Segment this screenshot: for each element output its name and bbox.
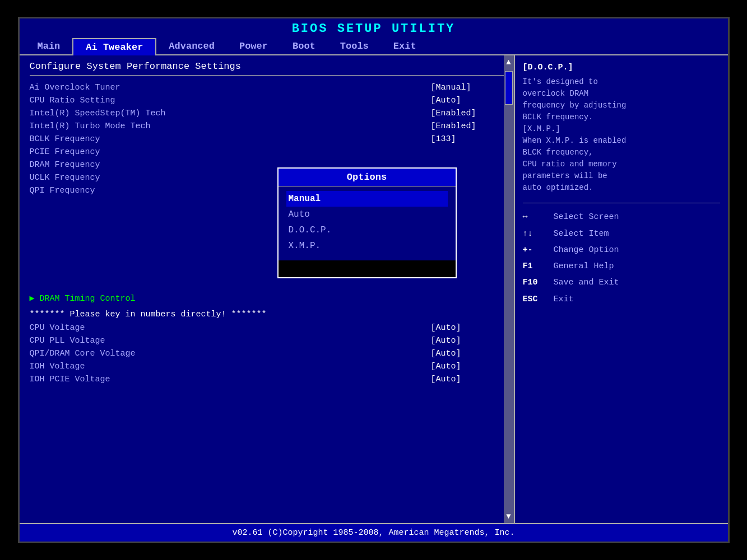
- right-panel: [D.O.C.P.] It's designed to overclock DR…: [515, 55, 728, 523]
- setting-label-cpu-ratio: CPU Ratio Setting: [30, 96, 115, 105]
- legend-key-f10: F10: [523, 276, 554, 289]
- legend-row-f10: F10 Save and Exit: [523, 274, 720, 291]
- legend-section: ↔ Select Screen ↑↓ Select Item +- Change…: [523, 203, 720, 307]
- setting-label-qpi-dram: QPI/DRAM Core Voltage: [30, 349, 136, 358]
- scrollbar-thumb[interactable]: [505, 71, 513, 105]
- help-line-0: It's designed to: [523, 77, 598, 86]
- help-line-4: [X.M.P.]: [523, 124, 560, 133]
- tab-exit[interactable]: Exit: [381, 38, 429, 54]
- legend-row-screen: ↔ Select Screen: [523, 209, 720, 225]
- bios-title: BIOS SETUP UTILITY: [292, 22, 456, 36]
- option-docp[interactable]: D.O.C.P.: [286, 222, 448, 238]
- options-body: Manual Auto D.O.C.P. X.M.P.: [279, 186, 456, 260]
- tab-main[interactable]: Main: [25, 38, 73, 54]
- setting-value-qpi-dram: [Auto]: [431, 349, 504, 358]
- tab-ai-tweaker[interactable]: Ai Tweaker: [72, 38, 156, 55]
- setting-value-ioh-pcie: [Auto]: [431, 375, 504, 384]
- setting-label-ioh-pcie: IOH PCIE Voltage: [30, 375, 110, 384]
- setting-row[interactable]: Intel(R) SpeedStep(TM) Tech [Enabled]: [30, 107, 504, 120]
- title-bar: BIOS SETUP UTILITY: [20, 18, 728, 38]
- setting-row[interactable]: Intel(R) Turbo Mode Tech [Enabled]: [30, 120, 504, 133]
- setting-label-uclk: UCLK Frequency: [30, 173, 100, 183]
- legend-key-esc: ESC: [523, 293, 554, 306]
- setting-label-ioh-volt: IOH Voltage: [30, 362, 85, 371]
- legend-key-plusminus: +-: [523, 244, 554, 256]
- help-title: [D.O.C.P.]: [523, 61, 720, 74]
- option-manual[interactable]: Manual: [286, 191, 448, 207]
- tab-power[interactable]: Power: [227, 38, 280, 54]
- scroll-up-arrow[interactable]: ▲: [506, 55, 511, 69]
- legend-key-f1: F1: [523, 260, 554, 273]
- scrollbar[interactable]: ▲ ▼: [504, 55, 514, 523]
- setting-label-speedstep: Intel(R) SpeedStep(TM) Tech: [30, 109, 166, 118]
- legend-desc-f1: General Help: [554, 260, 614, 273]
- legend-key-updown: ↑↓: [523, 227, 554, 240]
- setting-label-pcie: PCIE Frequency: [30, 147, 100, 157]
- setting-label-dram-freq: DRAM Frequency: [30, 160, 100, 170]
- setting-value-ioh-volt: [Auto]: [431, 362, 504, 371]
- help-line-5: When X.M.P. is enabled: [523, 136, 627, 145]
- legend-desc-esc: Exit: [554, 293, 574, 306]
- setting-row-pcie[interactable]: PCIE Frequency: [30, 146, 504, 158]
- setting-row[interactable]: CPU Ratio Setting [Auto]: [30, 94, 504, 107]
- help-line-6: BLCK frequency,: [523, 148, 593, 157]
- legend-row-change: +- Change Option: [523, 242, 720, 258]
- footer-text: v02.61 (C)Copyright 1985-2008, American …: [232, 528, 514, 538]
- setting-label-bclk: BCLK Frequency: [30, 134, 100, 144]
- help-text: It's designed to overclock DRAM frequenc…: [523, 76, 720, 194]
- help-line-2: frequency by adjusting: [523, 101, 627, 110]
- setting-value-bclk: [133]: [431, 134, 504, 144]
- legend-row-item: ↑↓ Select Item: [523, 226, 720, 242]
- dram-timing-submenu[interactable]: ▶ DRAM Timing Control: [30, 291, 504, 305]
- setting-row-cpu-volt[interactable]: CPU Voltage [Auto]: [30, 321, 504, 334]
- section-title: Configure System Performance Settings: [30, 61, 504, 76]
- tab-advanced[interactable]: Advanced: [156, 38, 227, 54]
- nav-bar: Main Ai Tweaker Advanced Power Boot Tool…: [20, 38, 728, 55]
- legend-row-f1: F1 General Help: [523, 258, 720, 274]
- options-header: Options: [279, 169, 456, 186]
- help-line-3: BCLK frequency.: [523, 113, 593, 122]
- setting-value-turbo: [Enabled]: [431, 122, 504, 131]
- left-panel: Configure System Performance Settings Ai…: [20, 55, 515, 523]
- legend-desc-change: Change Option: [554, 244, 619, 256]
- setting-row-ioh-volt[interactable]: IOH Voltage [Auto]: [30, 360, 504, 373]
- setting-value-cpu-pll: [Auto]: [431, 336, 504, 346]
- setting-row-qpi-dram[interactable]: QPI/DRAM Core Voltage [Auto]: [30, 347, 504, 360]
- setting-value-speedstep: [Enabled]: [431, 109, 504, 118]
- help-line-7: CPU ratio and memory: [523, 160, 617, 169]
- setting-row[interactable]: BCLK Frequency [133]: [30, 133, 504, 146]
- setting-row-ioh-pcie[interactable]: IOH PCIE Voltage [Auto]: [30, 373, 504, 386]
- setting-value-cpu-ratio: [Auto]: [431, 96, 504, 105]
- setting-label-cpu-pll: CPU PLL Voltage: [30, 336, 105, 346]
- scroll-down-arrow[interactable]: ▼: [506, 510, 511, 523]
- options-footer: [279, 260, 456, 277]
- footer: v02.61 (C)Copyright 1985-2008, American …: [20, 523, 728, 542]
- setting-label-cpu-volt: CPU Voltage: [30, 323, 85, 333]
- setting-label-qpi: QPI Frequency: [30, 186, 95, 195]
- help-line-9: auto optimized.: [523, 183, 593, 192]
- options-dropdown[interactable]: Options Manual Auto D.O.C.P. X.M.P.: [277, 167, 457, 278]
- tab-tools[interactable]: Tools: [328, 38, 381, 54]
- setting-label-ai-overclock: Ai Overclock Tuner: [30, 83, 120, 92]
- dram-timing-label: ▶ DRAM Timing Control: [30, 294, 136, 304]
- setting-label-turbo: Intel(R) Turbo Mode Tech: [30, 122, 151, 131]
- tab-boot[interactable]: Boot: [280, 38, 328, 54]
- setting-value-pcie: [431, 147, 504, 157]
- warning-text: ******* Please key in numbers directly! …: [30, 305, 504, 321]
- legend-desc-f10: Save and Exit: [554, 276, 619, 289]
- setting-row[interactable]: Ai Overclock Tuner [Manual]: [30, 81, 504, 94]
- option-xmp[interactable]: X.M.P.: [286, 238, 448, 254]
- bios-screen: BIOS SETUP UTILITY Main Ai Tweaker Advan…: [18, 17, 730, 543]
- setting-row-cpu-pll[interactable]: CPU PLL Voltage [Auto]: [30, 334, 504, 347]
- setting-value-cpu-volt: [Auto]: [431, 323, 504, 333]
- help-line-1: overclock DRAM: [523, 89, 589, 98]
- main-content: Configure System Performance Settings Ai…: [20, 55, 728, 523]
- help-line-8: parameters will be: [523, 171, 607, 180]
- option-auto[interactable]: Auto: [286, 207, 448, 222]
- legend-desc-item: Select Item: [554, 227, 609, 240]
- legend-row-esc: ESC Exit: [523, 291, 720, 307]
- setting-value-ai-overclock: [Manual]: [431, 83, 504, 92]
- legend-key-arrows: ↔: [523, 211, 554, 223]
- legend-desc-screen: Select Screen: [554, 211, 619, 223]
